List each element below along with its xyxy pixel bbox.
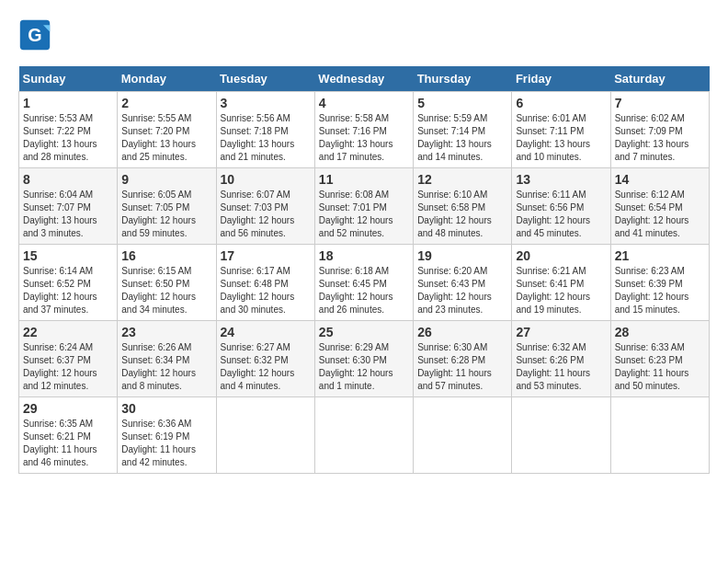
day-info: Sunrise: 6:05 AM Sunset: 7:05 PM Dayligh… <box>121 189 211 240</box>
calendar-cell <box>314 397 413 474</box>
calendar-cell: 22Sunrise: 6:24 AM Sunset: 6:37 PM Dayli… <box>19 321 118 397</box>
day-info: Sunrise: 6:12 AM Sunset: 6:54 PM Dayligh… <box>615 189 705 240</box>
day-info: Sunrise: 6:36 AM Sunset: 6:19 PM Dayligh… <box>121 418 211 469</box>
day-info: Sunrise: 6:15 AM Sunset: 6:50 PM Dayligh… <box>121 265 211 316</box>
day-info: Sunrise: 6:08 AM Sunset: 7:01 PM Dayligh… <box>319 189 409 240</box>
calendar-cell: 28Sunrise: 6:33 AM Sunset: 6:23 PM Dayli… <box>610 321 709 397</box>
day-info: Sunrise: 6:32 AM Sunset: 6:26 PM Dayligh… <box>516 341 606 393</box>
calendar-cell: 2Sunrise: 5:55 AM Sunset: 7:20 PM Daylig… <box>118 92 216 168</box>
day-number: 26 <box>417 325 507 339</box>
calendar-cell: 10Sunrise: 6:07 AM Sunset: 7:03 PM Dayli… <box>216 168 314 245</box>
logo: G <box>18 18 57 52</box>
calendar-cell: 8Sunrise: 6:04 AM Sunset: 7:07 PM Daylig… <box>19 168 118 245</box>
day-info: Sunrise: 6:04 AM Sunset: 7:07 PM Dayligh… <box>23 189 113 240</box>
header-day-saturday: Saturday <box>610 66 709 92</box>
logo-icon: G <box>18 18 51 52</box>
day-number: 1 <box>23 96 113 110</box>
day-number: 8 <box>23 172 113 187</box>
day-info: Sunrise: 6:10 AM Sunset: 6:58 PM Dayligh… <box>417 189 507 240</box>
day-number: 9 <box>121 172 211 187</box>
calendar-week-1: 1Sunrise: 5:53 AM Sunset: 7:22 PM Daylig… <box>19 92 710 168</box>
day-info: Sunrise: 5:58 AM Sunset: 7:16 PM Dayligh… <box>319 112 409 164</box>
day-number: 22 <box>23 325 113 339</box>
day-number: 24 <box>221 325 311 339</box>
header-day-sunday: Sunday <box>19 66 118 92</box>
day-info: Sunrise: 5:56 AM Sunset: 7:18 PM Dayligh… <box>221 112 311 164</box>
calendar-cell: 25Sunrise: 6:29 AM Sunset: 6:30 PM Dayli… <box>314 321 413 397</box>
calendar-cell: 3Sunrise: 5:56 AM Sunset: 7:18 PM Daylig… <box>216 92 314 168</box>
day-info: Sunrise: 5:53 AM Sunset: 7:22 PM Dayligh… <box>23 112 113 164</box>
calendar-cell <box>216 397 314 474</box>
day-info: Sunrise: 6:02 AM Sunset: 7:09 PM Dayligh… <box>615 112 705 164</box>
day-number: 19 <box>417 248 507 263</box>
calendar-cell: 1Sunrise: 5:53 AM Sunset: 7:22 PM Daylig… <box>19 92 118 168</box>
day-number: 5 <box>417 96 507 110</box>
calendar-cell: 30Sunrise: 6:36 AM Sunset: 6:19 PM Dayli… <box>118 397 216 474</box>
calendar-cell: 20Sunrise: 6:21 AM Sunset: 6:41 PM Dayli… <box>512 245 610 321</box>
calendar-cell: 27Sunrise: 6:32 AM Sunset: 6:26 PM Dayli… <box>512 321 610 397</box>
calendar-cell: 23Sunrise: 6:26 AM Sunset: 6:34 PM Dayli… <box>118 321 216 397</box>
calendar-cell: 6Sunrise: 6:01 AM Sunset: 7:11 PM Daylig… <box>512 92 610 168</box>
day-number: 16 <box>121 248 211 263</box>
day-number: 4 <box>319 96 409 110</box>
day-number: 20 <box>516 248 606 263</box>
day-number: 17 <box>221 248 311 263</box>
day-number: 30 <box>121 401 211 416</box>
day-number: 25 <box>319 325 409 339</box>
calendar-cell: 19Sunrise: 6:20 AM Sunset: 6:43 PM Dayli… <box>414 245 512 321</box>
day-info: Sunrise: 5:55 AM Sunset: 7:20 PM Dayligh… <box>121 112 211 164</box>
calendar-cell: 29Sunrise: 6:35 AM Sunset: 6:21 PM Dayli… <box>19 397 118 474</box>
day-number: 2 <box>121 96 211 110</box>
day-info: Sunrise: 6:30 AM Sunset: 6:28 PM Dayligh… <box>417 341 507 393</box>
day-number: 15 <box>23 248 113 263</box>
day-number: 29 <box>23 401 113 416</box>
day-info: Sunrise: 6:11 AM Sunset: 6:56 PM Dayligh… <box>516 189 606 240</box>
day-info: Sunrise: 6:01 AM Sunset: 7:11 PM Dayligh… <box>516 112 606 164</box>
day-number: 7 <box>615 96 705 110</box>
day-number: 28 <box>615 325 705 339</box>
day-number: 27 <box>516 325 606 339</box>
calendar-week-4: 22Sunrise: 6:24 AM Sunset: 6:37 PM Dayli… <box>19 321 710 397</box>
day-info: Sunrise: 6:27 AM Sunset: 6:32 PM Dayligh… <box>221 341 311 393</box>
calendar-cell: 21Sunrise: 6:23 AM Sunset: 6:39 PM Dayli… <box>610 245 709 321</box>
header-day-friday: Friday <box>512 66 610 92</box>
day-info: Sunrise: 6:14 AM Sunset: 6:52 PM Dayligh… <box>23 265 113 316</box>
calendar-cell: 11Sunrise: 6:08 AM Sunset: 7:01 PM Dayli… <box>314 168 413 245</box>
calendar-week-2: 8Sunrise: 6:04 AM Sunset: 7:07 PM Daylig… <box>19 168 710 245</box>
calendar-cell: 7Sunrise: 6:02 AM Sunset: 7:09 PM Daylig… <box>610 92 709 168</box>
calendar-cell: 24Sunrise: 6:27 AM Sunset: 6:32 PM Dayli… <box>216 321 314 397</box>
calendar-cell <box>512 397 610 474</box>
calendar-table: SundayMondayTuesdayWednesdayThursdayFrid… <box>18 66 710 474</box>
calendar-cell: 13Sunrise: 6:11 AM Sunset: 6:56 PM Dayli… <box>512 168 610 245</box>
calendar-cell: 5Sunrise: 5:59 AM Sunset: 7:14 PM Daylig… <box>414 92 512 168</box>
day-number: 23 <box>121 325 211 339</box>
header: G <box>18 18 710 52</box>
day-info: Sunrise: 6:29 AM Sunset: 6:30 PM Dayligh… <box>319 341 409 393</box>
day-info: Sunrise: 6:20 AM Sunset: 6:43 PM Dayligh… <box>417 265 507 316</box>
calendar-cell: 14Sunrise: 6:12 AM Sunset: 6:54 PM Dayli… <box>610 168 709 245</box>
header-day-tuesday: Tuesday <box>216 66 314 92</box>
day-info: Sunrise: 6:26 AM Sunset: 6:34 PM Dayligh… <box>121 341 211 393</box>
header-day-wednesday: Wednesday <box>314 66 413 92</box>
day-info: Sunrise: 5:59 AM Sunset: 7:14 PM Dayligh… <box>417 112 507 164</box>
calendar-cell: 12Sunrise: 6:10 AM Sunset: 6:58 PM Dayli… <box>414 168 512 245</box>
day-number: 3 <box>221 96 311 110</box>
day-number: 13 <box>516 172 606 187</box>
day-info: Sunrise: 6:18 AM Sunset: 6:45 PM Dayligh… <box>319 265 409 316</box>
header-day-thursday: Thursday <box>414 66 512 92</box>
day-number: 14 <box>615 172 705 187</box>
day-number: 10 <box>221 172 311 187</box>
calendar-cell: 16Sunrise: 6:15 AM Sunset: 6:50 PM Dayli… <box>118 245 216 321</box>
calendar-cell <box>610 397 709 474</box>
header-day-monday: Monday <box>118 66 216 92</box>
day-info: Sunrise: 6:17 AM Sunset: 6:48 PM Dayligh… <box>221 265 311 316</box>
calendar-cell: 9Sunrise: 6:05 AM Sunset: 7:05 PM Daylig… <box>118 168 216 245</box>
calendar-cell: 18Sunrise: 6:18 AM Sunset: 6:45 PM Dayli… <box>314 245 413 321</box>
day-info: Sunrise: 6:21 AM Sunset: 6:41 PM Dayligh… <box>516 265 606 316</box>
calendar-cell: 26Sunrise: 6:30 AM Sunset: 6:28 PM Dayli… <box>414 321 512 397</box>
day-number: 18 <box>319 248 409 263</box>
calendar-week-3: 15Sunrise: 6:14 AM Sunset: 6:52 PM Dayli… <box>19 245 710 321</box>
day-info: Sunrise: 6:23 AM Sunset: 6:39 PM Dayligh… <box>615 265 705 316</box>
day-number: 12 <box>417 172 507 187</box>
day-number: 11 <box>319 172 409 187</box>
